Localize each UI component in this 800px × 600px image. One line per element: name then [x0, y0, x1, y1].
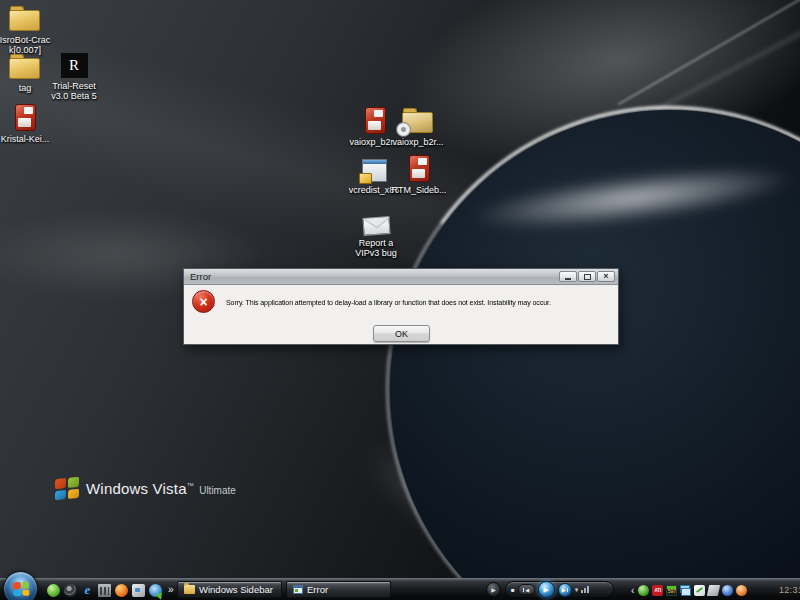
orange-cat-tray-icon[interactable]: [736, 585, 747, 596]
tray-expand-chevron-icon[interactable]: ‹: [631, 585, 634, 596]
previous-track-button[interactable]: ◀: [518, 584, 535, 595]
icon-label: Kristal-Kei...: [0, 134, 60, 144]
taskbar-button-error[interactable]: Error: [286, 581, 391, 598]
chevron-down-icon[interactable]: ▾: [575, 586, 579, 594]
folder-icon: [9, 6, 41, 32]
taskbar-button-windows-sidebar[interactable]: Windows Sidebar: [177, 581, 282, 598]
buildings-app-icon[interactable]: [98, 584, 111, 597]
folder-disc-icon: [402, 108, 434, 134]
taskbar-button-label: Windows Sidebar: [199, 584, 273, 595]
network-tray-icon[interactable]: [680, 585, 691, 596]
folder-icon: [9, 54, 41, 80]
minimize-button[interactable]: [559, 271, 577, 282]
dialog-titlebar[interactable]: Error ×: [184, 269, 618, 285]
icon-label: Trial-Resetv3.0 Beta 5: [39, 81, 109, 101]
error-icon: ×: [192, 290, 215, 313]
firefox-icon[interactable]: [115, 584, 128, 597]
ok-button[interactable]: OK: [373, 325, 430, 342]
taskbar-button-label: Error: [307, 584, 328, 595]
desktop-icon-report-bug[interactable]: Report aVIPv3 bug: [341, 205, 411, 258]
branding-windows-vista: Windows Vista: [86, 480, 187, 497]
dialog-title: Error: [190, 271, 211, 282]
r-app-icon: R: [61, 53, 88, 78]
quick-launch-bar: e »: [47, 579, 174, 600]
icon-label: RTM_Sideb...: [384, 185, 454, 195]
antivirus-tray-icon[interactable]: [638, 585, 649, 596]
trademark-symbol: ™: [187, 481, 194, 488]
start-button[interactable]: [3, 571, 38, 600]
media-toolbar-button[interactable]: ▶: [486, 582, 501, 597]
folder-icon: [184, 585, 195, 594]
globe-download-icon[interactable]: [149, 584, 162, 597]
volume-icon[interactable]: [581, 586, 589, 593]
icon-label: vaioxp_b2r...: [383, 137, 453, 147]
next-track-button[interactable]: ▶: [558, 583, 572, 597]
gray-app-tray-icon[interactable]: [707, 585, 720, 596]
windows-flag-icon: [55, 477, 79, 500]
red-archive-icon: [15, 104, 36, 131]
desktop-icon-vaioxp-folder[interactable]: vaioxp_b2r...: [383, 104, 453, 147]
red-archive-icon: [409, 155, 430, 182]
stop-icon[interactable]: ■: [511, 587, 515, 593]
dark-disc-icon[interactable]: [64, 584, 77, 597]
vista-branding: Windows Vista™ Ultimate: [55, 478, 236, 499]
close-button[interactable]: ×: [597, 271, 615, 282]
branding-edition: Ultimate: [199, 482, 236, 496]
windows-flag-icon: [12, 581, 29, 596]
disc-icon: [396, 122, 411, 137]
icon-label: Report aVIPv3 bug: [341, 238, 411, 258]
gray-app-icon[interactable]: [132, 584, 145, 597]
taskbar-clock[interactable]: 12:31: [779, 585, 800, 595]
play-button[interactable]: ▶: [538, 581, 555, 598]
blue-orb-tray-icon[interactable]: [722, 585, 733, 596]
shield-tray-icon[interactable]: [694, 585, 705, 596]
desktop-icon-kristal[interactable]: Kristal-Kei...: [0, 101, 60, 144]
media-player-controls: ■ ◀ ▶ ▶ ▾: [505, 581, 614, 598]
taskbar: e » Windows Sidebar Error ▶ ■ ◀ ▶ ▶ ▾ ‹: [0, 578, 800, 600]
desktop-icon-trial-reset[interactable]: R Trial-Resetv3.0 Beta 5: [39, 48, 109, 101]
maximize-button[interactable]: [578, 271, 596, 282]
internet-explorer-icon[interactable]: e: [81, 584, 94, 597]
error-message: Sorry. This application attempted to del…: [226, 298, 551, 307]
error-window-icon: [293, 585, 303, 594]
desktop-icon-rtm-sidebar[interactable]: RTM_Sideb...: [384, 152, 454, 195]
green-orb-icon[interactable]: [47, 584, 60, 597]
envelope-icon: [362, 216, 390, 236]
setup-icon: [362, 159, 387, 182]
vista-desktop-screen: Windows Vista™ Ultimate IsroBot-Crack[0.…: [0, 0, 800, 600]
ati-tray-icon[interactable]: ATI: [652, 585, 663, 596]
overflow-chevron-icon[interactable]: »: [168, 579, 174, 600]
error-dialog: Error × × Sorry. This application attemp…: [183, 268, 619, 345]
counter-badge-tray-icon[interactable]: 597: [666, 585, 677, 596]
system-tray: ‹ ATI 597: [631, 579, 747, 600]
